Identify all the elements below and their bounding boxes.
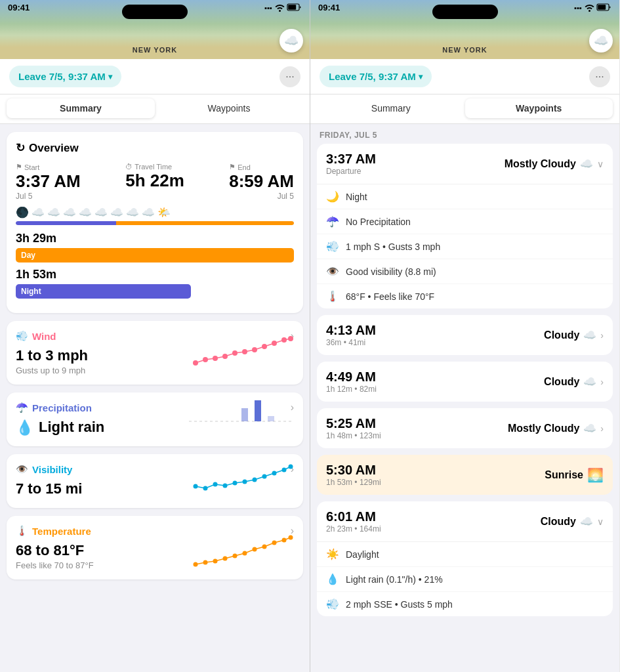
svg-point-36	[272, 541, 277, 545]
right-tab-summary[interactable]: Summary	[317, 98, 465, 118]
sunrise-label: Sunrise	[545, 469, 583, 481]
svg-point-7	[242, 349, 247, 354]
departure-main[interactable]: 3:37 AM Departure Mostly Cloudy ☁️ ∨	[317, 144, 613, 184]
right-panel: 09:41 ▪▪▪ NEW YORK ☁️ Leave 7/5, 9:37 AM…	[310, 0, 619, 672]
wp-449-condition: Cloudy	[544, 376, 579, 388]
right-leave-button[interactable]: Leave 7/5, 9:37 AM ▾	[320, 66, 432, 87]
right-wifi-icon	[585, 3, 594, 12]
svg-point-32	[233, 554, 238, 558]
wp-413-chevron-icon: ›	[600, 330, 604, 341]
svg-rect-14	[241, 408, 248, 421]
moon-icon: 🌙	[326, 190, 339, 203]
trip-end: ⚑ End 8:59 AM Jul 5	[229, 163, 294, 201]
right-more-button[interactable]: ···	[589, 66, 610, 87]
sunrise-time: 5:30 AM	[326, 463, 381, 478]
map-header: 09:41 ▪▪▪ NEW YORK ☁️	[0, 0, 310, 59]
sun-icon: ☀️	[326, 548, 339, 560]
detail-temp-text: 68°F • Feels like 70°F	[346, 291, 434, 302]
right-chevron-icon: ▾	[419, 72, 423, 81]
right-tab-row: Summary Waypoints	[310, 94, 619, 124]
weather-icon-5: ☁️	[79, 206, 92, 219]
travel-label: ⏱ Travel Time	[125, 163, 184, 171]
tab-summary[interactable]: Summary	[7, 98, 155, 118]
status-bar: 09:41 ▪▪▪	[0, 3, 310, 12]
chevron-down-icon: ▾	[108, 72, 112, 81]
start-date: Jul 5	[16, 192, 81, 201]
wp-601-cloud-icon: ☁️	[580, 515, 593, 528]
leave-button[interactable]: Leave 7/5, 9:37 AM ▾	[9, 66, 121, 87]
wind-title: 💨 Wind	[16, 330, 56, 342]
svg-rect-40	[598, 5, 606, 10]
wind-card[interactable]: 💨 Wind › 1 to 3 mph Gusts up to 9 mph	[7, 321, 303, 385]
right-status-icons: ▪▪▪	[574, 3, 611, 12]
wp-413-main[interactable]: 4:13 AM 36m • 41mi Cloudy ☁️ ›	[317, 315, 613, 355]
more-button[interactable]: ···	[279, 66, 300, 87]
status-time: 09:41	[8, 3, 30, 12]
leave-row: Leave 7/5, 9:37 AM ▾ ···	[0, 59, 310, 94]
sunrise-right: Sunrise 🌅	[545, 467, 604, 483]
day-bar	[116, 221, 294, 225]
signal-icon: ▪▪▪	[264, 4, 272, 12]
wp-525-chevron-icon: ›	[600, 423, 604, 434]
svg-point-2	[193, 360, 198, 366]
temperature-card[interactable]: 🌡️ Temperature › 68 to 81°F Feels like 7…	[7, 516, 303, 579]
wind-detail-icon: 💨	[326, 240, 339, 253]
svg-point-29	[203, 560, 208, 565]
wp-449-left: 4:49 AM 1h 12m • 82mi	[326, 369, 377, 394]
svg-point-6	[232, 350, 238, 356]
detail-rain-text: Light rain (0.1"/h) • 21%	[346, 574, 443, 585]
tab-waypoints[interactable]: Waypoints	[155, 98, 303, 118]
wp-413-right: Cloudy ☁️ ›	[544, 329, 604, 341]
weather-icon-4: ☁️	[63, 206, 76, 219]
trip-travel: ⏱ Travel Time 5h 22m	[125, 163, 184, 201]
wp-525-cloud-icon: ☁️	[583, 422, 596, 434]
svg-point-37	[282, 538, 287, 543]
weather-icon-10: 🌤️	[157, 206, 171, 219]
wp-449-main[interactable]: 4:49 AM 1h 12m • 82mi Cloudy ☁️ ›	[317, 362, 613, 402]
wp-601-left: 6:01 AM 2h 23m • 164mi	[326, 509, 381, 534]
wp-525-main[interactable]: 5:25 AM 1h 48m • 123mi Mostly Cloudy ☁️ …	[317, 408, 613, 448]
precipitation-card[interactable]: ☂️ Precipitation › 💧 Light rain	[7, 392, 303, 446]
right-leave-label: Leave 7/5, 9:37 AM	[329, 71, 416, 82]
time-progress-bar	[16, 221, 294, 225]
overview-title: Overview	[29, 142, 79, 155]
overview-card: ↻ Overview ⚑ Start 3:37 AM Jul 5 ⏱ Trave…	[7, 132, 303, 313]
detail-visibility-text: Good visibility (8.8 mi)	[346, 266, 436, 277]
detail-precip-text: No Precipitation	[346, 217, 411, 227]
detail-night-text: Night	[346, 192, 367, 202]
wp-413-time: 4:13 AM	[326, 323, 376, 338]
night-duration-row: 1h 53m Night	[16, 268, 294, 299]
svg-point-11	[281, 337, 287, 343]
svg-point-28	[194, 562, 198, 567]
wp-601-main[interactable]: 6:01 AM 2h 23m • 164mi Cloudy ☁️ ∨	[317, 501, 613, 542]
detail-rain: 💧 Light rain (0.1"/h) • 21%	[317, 567, 613, 592]
departure-time: 3:37 AM	[326, 152, 376, 167]
wp-449-cloud-icon: ☁️	[583, 375, 596, 388]
detail-night: 🌙 Night	[317, 184, 613, 209]
weather-icon-9: ☁️	[142, 206, 155, 219]
night-bar	[16, 221, 116, 225]
flag-icon: ⚑	[16, 163, 22, 171]
precip-icon: ☂️	[16, 402, 28, 413]
departure-cloud-icon: ☁️	[580, 158, 593, 170]
right-signal-icon: ▪▪▪	[574, 4, 582, 12]
more-icon: ···	[285, 71, 294, 83]
departure-right: Mostly Cloudy ☁️ ∨	[505, 158, 604, 170]
eye-detail-icon: 👁️	[326, 265, 339, 278]
weather-icon-8: ☁️	[126, 206, 139, 219]
right-leave-row: Leave 7/5, 9:37 AM ▾ ···	[310, 59, 619, 94]
wp-413-cloud-icon: ☁️	[583, 329, 596, 341]
right-status-time: 09:41	[318, 3, 340, 12]
right-tab-waypoints[interactable]: Waypoints	[465, 98, 613, 118]
weather-icon-1: 🌑	[16, 206, 29, 219]
wind-icon-2: 💨	[326, 598, 339, 610]
trip-info-row: ⚑ Start 3:37 AM Jul 5 ⏱ Travel Time 5h 2…	[16, 163, 294, 201]
wp-413-subtitle: 36m • 41mi	[326, 338, 376, 347]
wp-525-left: 5:25 AM 1h 48m • 123mi	[326, 416, 381, 440]
visibility-card[interactable]: 👁️ Visibility › 7 to 15 mi	[7, 454, 303, 508]
right-content: FRIDAY, JUL 5 3:37 AM Departure Mostly C…	[310, 124, 619, 631]
right-cloud-icon: ☁️	[589, 29, 613, 52]
weather-icon-7: ☁️	[110, 206, 123, 219]
end-time: 8:59 AM	[229, 171, 294, 192]
sunrise-card[interactable]: 5:30 AM 1h 53m • 129mi Sunrise 🌅	[317, 455, 613, 495]
